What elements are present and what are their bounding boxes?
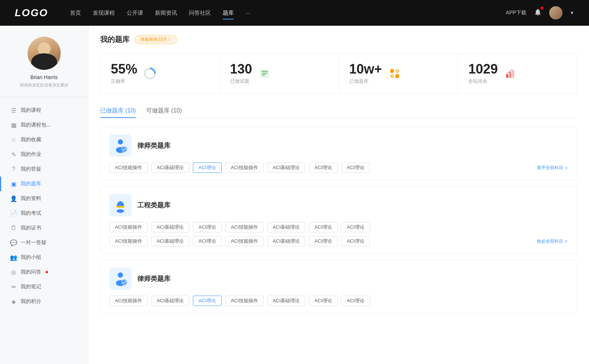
- menu-label-homework: 我的作业: [21, 151, 41, 158]
- bell-button[interactable]: [534, 8, 542, 18]
- stat-value-block-4: 1029 全站排名: [468, 63, 498, 85]
- nav-home[interactable]: 首页: [70, 8, 81, 18]
- logo: LOGO: [15, 7, 48, 19]
- collapse-link-1[interactable]: 收起全部科目 ∧: [537, 238, 568, 245]
- nav-qa[interactable]: 问答社区: [189, 8, 211, 18]
- sidebar-item-collect[interactable]: ☆ 我的收藏: [0, 132, 88, 147]
- tag-0-1[interactable]: ACI基础理论: [151, 163, 190, 173]
- sidebar-item-qa[interactable]: ◎ 我的问答: [0, 265, 88, 279]
- points-icon: ◈: [10, 298, 17, 305]
- nav-more[interactable]: ···: [246, 8, 250, 18]
- grid-icon: [388, 67, 401, 80]
- exam-icon: 📄: [10, 210, 17, 217]
- tag-1-1-6[interactable]: ACI理论: [341, 236, 370, 246]
- tag-1-0-1[interactable]: ACI基础理论: [151, 222, 190, 232]
- user-avatar[interactable]: [549, 6, 562, 19]
- svg-rect-11: [506, 74, 508, 78]
- svg-rect-13: [512, 70, 514, 78]
- tab-todo[interactable]: 可做题库 (10): [146, 104, 182, 118]
- sidebar-item-exam[interactable]: 📄 我的考试: [0, 206, 88, 221]
- engineer-icon-1: [109, 194, 131, 216]
- tag-1-0-6[interactable]: ACI理论: [341, 222, 370, 232]
- course-icon: ☰: [10, 107, 17, 114]
- stats-row: 55% 正确率 130 已做试题: [100, 53, 577, 94]
- bank-title-0: 律师类题库: [137, 141, 170, 150]
- sidebar-item-homework[interactable]: ✎ 我的作业: [0, 147, 88, 162]
- tag-1-0-5[interactable]: ACI理论: [309, 222, 338, 232]
- tabs-row: 已做题库 (10) 可做题库 (10): [100, 104, 577, 118]
- bank-tags-row-1-0: ACI技能操作 ACI基础理论 ACI理论 ACI技能操作 ACI基础理论 AC…: [109, 222, 568, 232]
- doc-icon: 👤: [10, 195, 17, 202]
- tag-2-6[interactable]: ACI理论: [341, 296, 370, 306]
- nav-open[interactable]: 公开课: [127, 8, 143, 18]
- tag-0-3[interactable]: ACI技能操作: [225, 163, 264, 173]
- stat-number-questions: 130: [230, 63, 252, 76]
- stat-value-block-2: 130 已做试题: [230, 63, 252, 85]
- nav-bank[interactable]: 题库: [223, 8, 234, 18]
- nav-courses[interactable]: 发现课程: [93, 8, 115, 18]
- nav-news[interactable]: 新闻资讯: [155, 8, 177, 18]
- bank-icon: ▣: [10, 181, 17, 187]
- sidebar-item-bank[interactable]: ▣ 我的题库: [0, 176, 88, 191]
- tag-0-6[interactable]: ACI理论: [341, 163, 370, 173]
- sidebar-item-cert[interactable]: 🗒 我的证书: [0, 221, 88, 235]
- tag-1-0-2[interactable]: ACI理论: [193, 222, 222, 232]
- sidebar-item-points[interactable]: ◈ 我的积分: [0, 294, 88, 309]
- bank-section-2: 律师类题库 ACI技能操作 ACI基础理论 ACI理论 ACI技能操作 ACI基…: [100, 260, 577, 314]
- tag-2-3[interactable]: ACI技能操作: [225, 296, 264, 306]
- svg-rect-6: [262, 75, 265, 75]
- tag-1-0-0[interactable]: ACI技能操作: [109, 222, 148, 232]
- menu-label-course: 我的课程: [21, 107, 41, 114]
- avatar-chevron[interactable]: ▼: [570, 10, 574, 15]
- tag-1-1-2[interactable]: ACI理论: [193, 236, 222, 246]
- tag-1-0-3[interactable]: ACI技能操作: [225, 222, 264, 232]
- sidebar-item-course[interactable]: ☰ 我的课程: [0, 103, 88, 118]
- menu-label-data: 我的资料: [21, 195, 41, 202]
- sidebar-item-questionask[interactable]: ? 我的答疑: [0, 162, 88, 176]
- svg-rect-5: [262, 73, 268, 74]
- menu-label-oneon: 一对一答疑: [21, 239, 46, 246]
- stat-correct-rate: 55% 正确率: [100, 54, 220, 93]
- stat-rank: 1029 全站排名: [458, 54, 577, 93]
- tag-2-4[interactable]: ACI基础理论: [267, 296, 306, 306]
- bank-section-1: 工程类题库 ACI技能操作 ACI基础理论 ACI理论 ACI技能操作 ACI基…: [100, 186, 577, 254]
- sidebar-item-package[interactable]: ▦ 我的课程包...: [0, 118, 88, 132]
- menu-label-cert: 我的证书: [21, 225, 41, 231]
- menu-label-collect: 我的收藏: [21, 136, 41, 143]
- tag-0-4[interactable]: ACI基础理论: [267, 163, 306, 173]
- menu-label-points: 我的积分: [21, 298, 41, 305]
- tag-0-5[interactable]: ACI理论: [309, 163, 338, 173]
- expand-link-0[interactable]: 展开全部科目 ∨: [537, 165, 568, 171]
- tab-done[interactable]: 已做题库 (10): [100, 104, 136, 118]
- svg-rect-8: [395, 69, 399, 73]
- tag-1-1-4[interactable]: ACI基础理论: [267, 236, 306, 246]
- tag-1-1-1[interactable]: ACI基础理论: [151, 236, 190, 246]
- sidebar-item-data[interactable]: 👤 我的资料: [0, 191, 88, 206]
- tag-0-2[interactable]: ACI理论: [193, 163, 222, 173]
- topnav-right: APP下载 ▼: [506, 6, 574, 19]
- tag-2-0[interactable]: ACI技能操作: [109, 296, 148, 306]
- app-download[interactable]: APP下载: [506, 10, 526, 16]
- bell-badge: [540, 7, 543, 10]
- tag-2-1[interactable]: ACI基础理论: [151, 296, 190, 306]
- tag-1-1-5[interactable]: ACI理论: [309, 236, 338, 246]
- bank-section-0: 律师类题库 ACI技能操作 ACI基础理论 ACI理论 ACI技能操作 ACI基…: [100, 127, 577, 181]
- sidebar-avatar: [28, 37, 61, 70]
- sidebar-item-note[interactable]: ✏ 我的笔记: [0, 279, 88, 294]
- tag-1-1-3[interactable]: ACI技能操作: [225, 236, 264, 246]
- tag-1-1-0[interactable]: ACI技能操作: [109, 236, 148, 246]
- tag-2-2[interactable]: ACI理论: [193, 296, 222, 306]
- topnav: LOGO 首页 发现课程 公开课 新闻资讯 问答社区 题库 ··· APP下载 …: [0, 0, 589, 26]
- tag-0-0[interactable]: ACI技能操作: [109, 163, 148, 173]
- menu-label-note: 我的笔记: [21, 283, 41, 290]
- tag-2-5[interactable]: ACI理论: [309, 296, 338, 306]
- bank-header-0: 律师类题库: [109, 135, 568, 157]
- tag-1-0-4[interactable]: ACI基础理论: [267, 222, 306, 232]
- sidebar-menu: ☰ 我的课程 ▦ 我的课程包... ☆ 我的收藏 ✎ 我的作业 ? 我的答疑 ▣…: [0, 103, 88, 309]
- group-icon: 👥: [10, 254, 17, 261]
- svg-rect-9: [390, 74, 394, 78]
- nav-links: 首页 发现课程 公开课 新闻资讯 问答社区 题库 ···: [70, 8, 506, 18]
- sidebar-item-oneon[interactable]: 💬 一对一答疑: [0, 235, 88, 250]
- star-icon: ☆: [10, 136, 17, 143]
- sidebar-item-group[interactable]: 👥 我的小组: [0, 250, 88, 265]
